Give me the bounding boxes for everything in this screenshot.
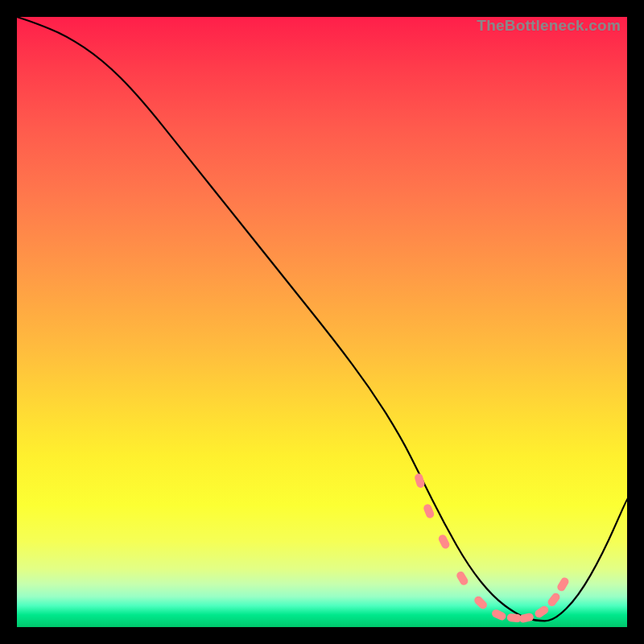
highlight-dot	[555, 576, 570, 593]
highlight-dot	[423, 503, 436, 519]
highlight-dot	[547, 592, 562, 608]
highlight-dot	[534, 605, 551, 619]
plot-area: TheBottleneck.com	[17, 17, 627, 627]
highlight-dot	[518, 613, 535, 624]
chart-frame: TheBottleneck.com	[0, 0, 644, 644]
highlight-dot	[455, 570, 469, 587]
highlight-markers	[414, 473, 570, 623]
highlight-dot	[491, 609, 508, 622]
highlight-dot	[473, 595, 489, 611]
chart-svg	[17, 17, 627, 627]
highlight-dot	[414, 473, 426, 489]
bottleneck-curve	[17, 17, 627, 621]
highlight-dot	[437, 534, 451, 551]
